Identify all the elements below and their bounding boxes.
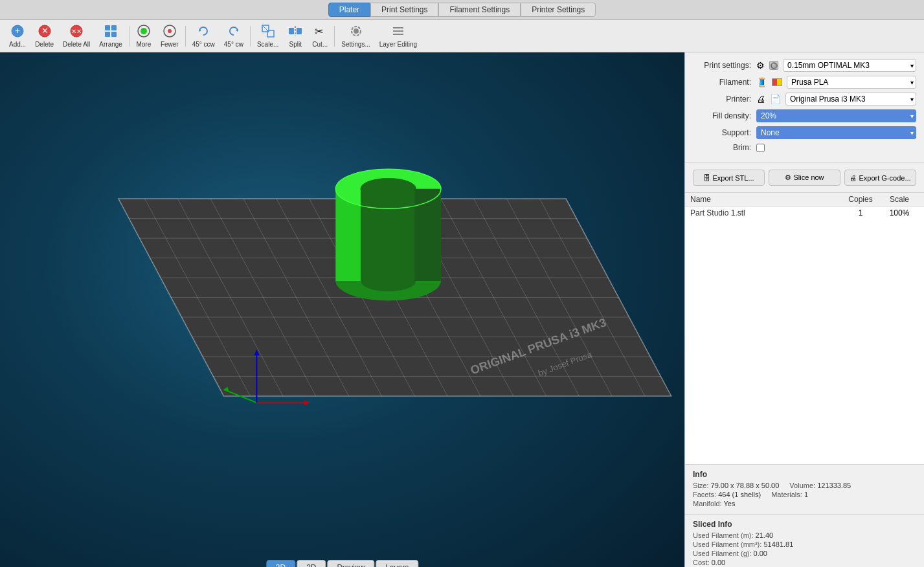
toolbar-fewer-label: Fewer — [161, 41, 179, 48]
info-facets: Facets: 464 (1 shells) — [693, 491, 761, 498]
tab-plater[interactable]: Plater — [328, 3, 370, 17]
tab-printer-settings[interactable]: Printer Settings — [521, 3, 596, 17]
layer-editing-icon — [391, 24, 405, 40]
svg-point-12 — [142, 30, 145, 32]
toolbar-add-btn[interactable]: + Add... — [5, 23, 30, 49]
info-manifold-value: Yes — [724, 500, 736, 507]
export-stl-button[interactable]: 🗄 Export STL... — [693, 170, 765, 186]
printer-select[interactable]: Original Prusa i3 MK3 — [785, 93, 916, 106]
viewport-3d[interactable]: ORIGINAL PRUSA i3 MK3 by Josef Prusa — [0, 52, 684, 567]
toolbar-rotate-cw-label: 45° cw — [224, 41, 243, 48]
info-size-value: 79.00 x 78.88 x 50.00 — [711, 482, 780, 489]
table-row[interactable]: Part Studio 1.stl 1 100% — [685, 206, 924, 219]
toolbar-rotate-cw-btn[interactable]: 45° cw — [220, 23, 247, 49]
svg-text:✕: ✕ — [41, 26, 48, 36]
sliced-info-title: Sliced Info — [693, 520, 916, 529]
print-settings-dropdown[interactable]: 0.15mm OPTIMAL MK3 ▾ — [783, 59, 916, 72]
toolbar-fewer-btn[interactable]: Fewer — [157, 23, 183, 49]
fill-density-label: Fill density: — [693, 111, 751, 120]
toolbar-settings-btn[interactable]: Settings... — [337, 23, 374, 49]
support-label: Support: — [693, 128, 751, 137]
info-size-label: Size: 79.00 x 78.88 x 50.00 — [693, 482, 779, 489]
used-filament-m: Used Filament (m): 21.40 — [693, 531, 773, 539]
rotate-ccw-icon — [196, 24, 210, 40]
filament-row: Filament: 🧵 Prusa PLA ▾ — [693, 76, 916, 89]
toolbar-split-btn[interactable]: Split — [284, 23, 307, 49]
object-name: Part Studio 1.stl — [690, 208, 841, 217]
filament-label: Filament: — [693, 78, 751, 87]
toolbar-more-btn[interactable]: More — [132, 23, 155, 49]
fill-density-row: Fill density: 20% ▾ — [693, 109, 916, 122]
svg-rect-9 — [111, 32, 117, 37]
svg-text:✕✕: ✕✕ — [71, 28, 82, 35]
svg-rect-60 — [361, 189, 416, 281]
toolbar-arrange-btn[interactable]: Arrange — [95, 23, 126, 49]
view-btn-2d[interactable]: 2D — [297, 560, 326, 567]
toolbar-rotate-ccw-btn[interactable]: 45° ccw — [188, 23, 219, 49]
used-filament-mm3: Used Filament (mm³): 51481.81 — [693, 540, 793, 548]
info-materials-value: 1 — [804, 491, 808, 498]
info-title: Info — [693, 470, 916, 479]
sliced-row-1: Used Filament (m): 21.40 — [693, 531, 916, 539]
printer-value: 🖨 📄 Original Prusa i3 MK3 ▾ — [756, 93, 916, 106]
printer-icon: 🖨 — [756, 94, 765, 104]
svg-marker-61 — [414, 189, 441, 281]
filament-select[interactable]: Prusa PLA — [787, 76, 916, 89]
toolbar-delete-all-btn[interactable]: ✕✕ Delete All — [59, 23, 94, 49]
print-profile-icon: 🔘 — [769, 61, 778, 70]
toolbar-more-label: More — [136, 41, 151, 48]
info-row-manifold: Manifold: Yes — [693, 500, 916, 507]
delete-all-icon: ✕✕ — [69, 24, 84, 40]
view-btn-3d[interactable]: 3D — [266, 560, 295, 567]
print-settings-value: ⚙ 🔘 0.15mm OPTIMAL MK3 ▾ — [756, 59, 916, 72]
brim-value — [756, 144, 916, 152]
toolbar-rotate-ccw-label: 45° ccw — [192, 41, 215, 48]
printer-dropdown[interactable]: Original Prusa i3 MK3 ▾ — [785, 93, 916, 106]
support-select[interactable]: None — [756, 126, 916, 139]
tab-filament-settings[interactable]: Filament Settings — [438, 3, 521, 17]
object-list-header: Name Copies Scale — [685, 193, 924, 206]
filament-dropdown[interactable]: Prusa PLA ▾ — [787, 76, 916, 89]
split-icon — [288, 24, 302, 40]
used-filament-mm3-value: 51481.81 — [763, 540, 793, 548]
info-volume: Volume: 121333.85 — [789, 482, 851, 489]
svg-text:✂: ✂ — [315, 26, 323, 37]
support-row: Support: None ▾ — [693, 126, 916, 139]
toolbar-layer-editing-label: Layer Editing — [379, 41, 417, 48]
sliced-row-4: Cost: 0.00 — [693, 559, 916, 566]
slice-now-button[interactable]: ⚙ Slice now — [769, 170, 840, 186]
toolbar-scale-btn[interactable]: Scale... — [253, 23, 282, 49]
toolbar-divider-2 — [185, 26, 186, 47]
settings-icon — [349, 24, 363, 40]
cost-value: 0.00 — [712, 559, 725, 566]
filament-color-swatch — [772, 78, 782, 86]
toolbar-arrange-label: Arrange — [99, 41, 122, 48]
svg-rect-21 — [297, 28, 302, 34]
filament-value: 🧵 Prusa PLA ▾ — [756, 76, 916, 89]
bed-svg: ORIGINAL PRUSA i3 MK3 by Josef Prusa — [0, 52, 684, 567]
sliced-row-2: Used Filament (mm³): 51481.81 — [693, 540, 916, 548]
info-manifold: Manifold: Yes — [693, 500, 735, 507]
printer-row: Printer: 🖨 📄 Original Prusa i3 MK3 ▾ — [693, 93, 916, 106]
used-filament-g-value: 0.00 — [754, 550, 767, 557]
object-scale: 100% — [880, 208, 919, 217]
toolbar-delete-label: Delete — [35, 41, 54, 48]
tab-print-settings[interactable]: Print Settings — [370, 3, 438, 17]
fill-density-select[interactable]: 20% — [756, 109, 916, 122]
export-gcode-button[interactable]: 🖨 Export G-code... — [844, 170, 916, 186]
toolbar-layer-editing-btn[interactable]: Layer Editing — [376, 23, 421, 49]
toolbar-cut-btn[interactable]: ✂ Cut... — [308, 23, 332, 49]
main-toolbar: + Add... ✕ Delete ✕✕ Delete All Arrange … — [0, 20, 924, 52]
view-btn-preview[interactable]: Preview — [327, 560, 374, 567]
info-materials: Materials: 1 — [771, 491, 808, 498]
svg-point-14 — [168, 29, 172, 33]
svg-line-19 — [262, 25, 267, 30]
brim-checkbox[interactable] — [756, 144, 765, 152]
print-settings-row: Print settings: ⚙ 🔘 0.15mm OPTIMAL MK3 ▾ — [693, 59, 916, 72]
printer-label: Printer: — [693, 94, 751, 104]
toolbar-scale-label: Scale... — [257, 41, 278, 48]
view-btn-layers[interactable]: Layers — [376, 560, 418, 567]
toolbar-delete-btn[interactable]: ✕ Delete — [31, 23, 58, 49]
print-settings-select[interactable]: 0.15mm OPTIMAL MK3 — [783, 59, 916, 72]
cut-icon: ✂ — [313, 24, 327, 40]
